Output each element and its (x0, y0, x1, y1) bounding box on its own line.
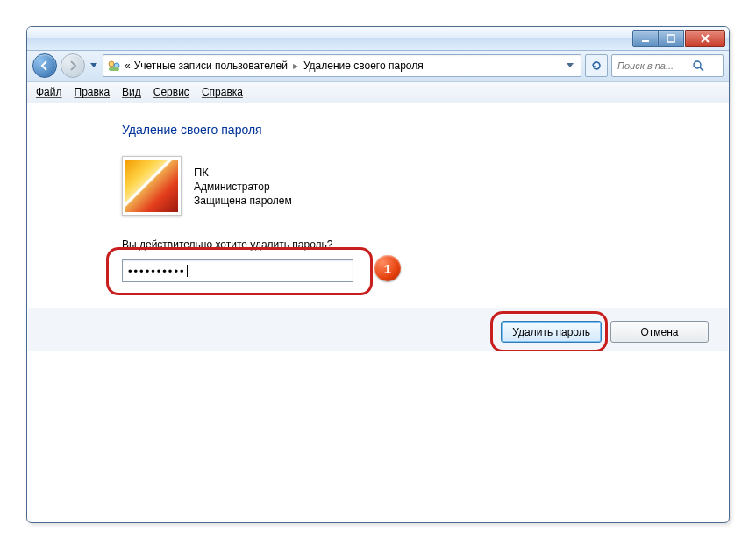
password-field-wrap: •••••••••• 1 (122, 259, 353, 282)
maximize-icon (667, 34, 675, 43)
empty-lower-pane (28, 351, 728, 521)
titlebar (27, 27, 729, 51)
nav-history-dropdown[interactable] (89, 54, 99, 77)
chevron-down-icon (90, 63, 97, 68)
window-buttons (632, 30, 725, 47)
delete-button-wrap: Удалить пароль 2 (501, 321, 602, 343)
content-area: Удаление своего пароля ПК Администратор … (27, 103, 729, 282)
svg-point-5 (694, 61, 701, 68)
close-icon (700, 34, 710, 43)
confirmation-prompt: Вы действительно хотите удалить пароль? (122, 238, 729, 251)
delete-password-label: Удалить пароль (512, 326, 590, 338)
user-info-text: ПК Администратор Защищена паролем (194, 156, 292, 216)
navigation-bar: « Учетные записи пользователей ▸ Удалени… (27, 51, 729, 82)
user-protected: Защищена паролем (194, 195, 292, 207)
cancel-button[interactable]: Отмена (610, 321, 709, 343)
address-bar[interactable]: « Учетные записи пользователей ▸ Удалени… (103, 54, 581, 77)
user-info-row: ПК Администратор Защищена паролем (122, 156, 729, 216)
delete-password-button[interactable]: Удалить пароль (501, 321, 602, 343)
page-title: Удаление своего пароля (122, 123, 729, 137)
chevron-down-icon (567, 63, 574, 68)
user-name: ПК (194, 166, 292, 179)
arrow-left-icon (39, 60, 51, 72)
refresh-button[interactable] (585, 54, 608, 77)
password-mask: •••••••••• (128, 265, 186, 278)
breadcrumb-level-1[interactable]: Учетные записи пользователей (134, 60, 288, 72)
window: « Учетные записи пользователей ▸ Удалени… (26, 26, 730, 523)
menu-help[interactable]: Справка (202, 86, 243, 98)
menu-tools[interactable]: Сервис (153, 86, 189, 98)
back-button[interactable] (32, 53, 57, 78)
breadcrumb-level-2[interactable]: Удаление своего пароля (303, 60, 424, 72)
breadcrumb-separator-icon: ▸ (291, 60, 300, 72)
menu-file[interactable]: Файл (36, 86, 62, 98)
close-button[interactable] (685, 30, 725, 47)
cancel-label: Отмена (640, 326, 678, 338)
footer-bar: Удалить пароль 2 Отмена (28, 308, 728, 355)
forward-button[interactable] (61, 53, 85, 78)
menu-view[interactable]: Вид (122, 86, 141, 98)
svg-line-6 (700, 67, 703, 71)
svg-rect-0 (642, 40, 649, 42)
breadcrumb-prefix: « (125, 60, 131, 72)
user-accounts-icon (107, 59, 121, 73)
text-caret (187, 265, 188, 277)
menu-bar: Файл Правка Вид Сервис Справка (27, 82, 729, 103)
svg-point-2 (109, 61, 114, 67)
search-icon (693, 60, 704, 72)
password-input[interactable]: •••••••••• (122, 259, 353, 282)
minimize-button[interactable] (632, 30, 659, 47)
svg-rect-4 (109, 67, 119, 71)
search-box[interactable] (611, 54, 724, 77)
svg-rect-1 (667, 35, 674, 42)
annotation-marker-1: 1 (374, 255, 401, 281)
avatar-image (125, 160, 178, 212)
avatar (122, 156, 182, 216)
menu-edit[interactable]: Правка (75, 86, 111, 98)
canvas: « Учетные записи пользователей ▸ Удалени… (0, 0, 756, 546)
user-role: Администратор (194, 181, 292, 193)
arrow-right-icon (67, 60, 79, 72)
search-input[interactable] (616, 60, 689, 72)
maximize-button[interactable] (658, 30, 684, 47)
minimize-icon (641, 34, 650, 43)
address-dropdown[interactable] (563, 63, 577, 68)
refresh-icon (590, 60, 603, 72)
